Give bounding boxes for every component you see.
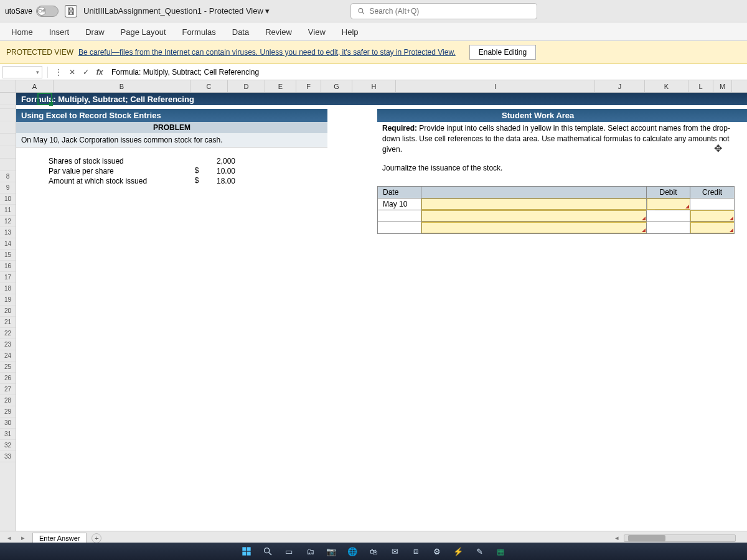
- row-header-14[interactable]: 14: [0, 238, 16, 250]
- tab-formulas[interactable]: Formulas: [180, 24, 218, 40]
- row-header-26[interactable]: 26: [0, 373, 16, 384]
- row-1-title[interactable]: Formula: Multiply, Subtract; Cell Refere…: [16, 93, 747, 105]
- excel-icon[interactable]: ▦: [494, 545, 507, 558]
- windows-start-icon[interactable]: [240, 545, 253, 558]
- row-header-32[interactable]: 32: [0, 440, 16, 451]
- hscroll-track[interactable]: [624, 534, 736, 542]
- search-box[interactable]: [350, 3, 537, 19]
- row-header-12[interactable]: 12: [0, 216, 16, 227]
- row-header-8[interactable]: 8: [0, 171, 16, 182]
- tab-insert[interactable]: Insert: [47, 24, 72, 40]
- name-box[interactable]: ▾: [2, 66, 42, 78]
- chevron-down-icon[interactable]: ▾: [36, 69, 39, 75]
- row-header-13[interactable]: 13: [0, 227, 16, 238]
- row-header-16[interactable]: 16: [0, 261, 16, 272]
- sheet-body[interactable]: Formula: Multiply, Subtract; Cell Refere…: [16, 93, 747, 531]
- row-header-22[interactable]: 22: [0, 328, 16, 339]
- column-header-B[interactable]: B: [54, 80, 190, 93]
- credit-input-2[interactable]: [690, 210, 734, 222]
- select-all-corner[interactable]: [0, 80, 16, 93]
- row-header-23[interactable]: 23: [0, 339, 16, 350]
- row-header-blank[interactable]: [0, 121, 16, 134]
- snip-icon[interactable]: ✎: [473, 545, 486, 558]
- debit-input-1[interactable]: [647, 198, 690, 210]
- sheet-nav-prev[interactable]: ◂: [5, 534, 14, 542]
- row-header-18[interactable]: 18: [0, 283, 16, 294]
- account-dropdown-2[interactable]: [421, 210, 647, 222]
- row-header-25[interactable]: 25: [0, 362, 16, 373]
- column-header-G[interactable]: G: [321, 80, 352, 93]
- journal-date[interactable]: May 10: [378, 198, 421, 210]
- column-header-D[interactable]: D: [228, 80, 265, 93]
- account-dropdown-1[interactable]: [421, 198, 647, 210]
- tab-data[interactable]: Data: [230, 24, 251, 40]
- column-header-C[interactable]: C: [190, 80, 228, 93]
- column-header-H[interactable]: H: [352, 80, 396, 93]
- row-header-20[interactable]: 20: [0, 306, 16, 317]
- row-header-15[interactable]: 15: [0, 250, 16, 261]
- settings-icon[interactable]: ⚙: [431, 545, 443, 558]
- column-header-A[interactable]: A: [16, 80, 54, 93]
- mail-icon[interactable]: ✉: [388, 545, 401, 558]
- column-header-I[interactable]: I: [396, 80, 595, 93]
- row-header-19[interactable]: 19: [0, 294, 16, 306]
- row-header-blank[interactable]: [0, 134, 16, 146]
- accept-formula-button[interactable]: ✓: [80, 67, 92, 78]
- row-header-21[interactable]: 21: [0, 317, 16, 328]
- edge-icon[interactable]: 🌐: [346, 545, 359, 558]
- column-header-F[interactable]: F: [296, 80, 321, 93]
- row-header-blank[interactable]: [0, 93, 16, 105]
- task-view-icon[interactable]: ▭: [283, 545, 295, 558]
- data-value-par[interactable]: 10.00: [203, 166, 240, 176]
- row-header-27[interactable]: 27: [0, 384, 16, 395]
- store-icon[interactable]: 🛍: [367, 545, 380, 558]
- data-value-shares[interactable]: 2,000: [203, 156, 240, 166]
- row-header-blank[interactable]: [0, 109, 16, 121]
- credit-input-3[interactable]: [690, 222, 734, 233]
- taskbar-search-icon[interactable]: [261, 545, 274, 558]
- tab-review[interactable]: Review: [263, 24, 294, 40]
- formula-menu-icon[interactable]: ⋮: [53, 67, 64, 78]
- sheet-nav-next[interactable]: ▸: [19, 534, 27, 542]
- tab-home[interactable]: Home: [9, 24, 35, 40]
- tab-draw[interactable]: Draw: [83, 24, 106, 40]
- row-header-31[interactable]: 31: [0, 429, 16, 440]
- column-header-K[interactable]: K: [645, 80, 688, 93]
- row-header-29[interactable]: 29: [0, 406, 16, 418]
- row-header-28[interactable]: 28: [0, 395, 16, 406]
- row-header-24[interactable]: 24: [0, 350, 16, 362]
- row-header-9[interactable]: 9: [0, 182, 16, 194]
- spreadsheet-grid[interactable]: 8910111213141516171819202122232425262728…: [0, 93, 747, 531]
- fx-button[interactable]: fx: [94, 67, 105, 78]
- dropbox-icon[interactable]: ⧈: [410, 545, 422, 558]
- enable-editing-button[interactable]: Enable Editing: [469, 45, 536, 60]
- search-input[interactable]: [370, 7, 531, 16]
- debit-cell-2[interactable]: [647, 210, 690, 222]
- column-header-L[interactable]: L: [688, 80, 713, 93]
- credit-cell-1[interactable]: [690, 198, 734, 210]
- save-button[interactable]: [65, 5, 77, 17]
- account-dropdown-3[interactable]: [421, 222, 647, 233]
- add-sheet-button[interactable]: +: [92, 533, 101, 543]
- hscroll-left[interactable]: ◂: [613, 534, 621, 542]
- data-value-amount[interactable]: 18.00: [203, 176, 240, 186]
- row-header-10[interactable]: 10: [0, 194, 16, 205]
- row-header-blank[interactable]: [0, 159, 16, 171]
- column-header-M[interactable]: M: [713, 80, 732, 93]
- sheet-tab-enter-answer[interactable]: Enter Answer: [32, 533, 87, 544]
- row-header-30[interactable]: 30: [0, 418, 16, 429]
- file-explorer-icon[interactable]: 🗂: [304, 545, 316, 558]
- journal-date-3[interactable]: [378, 222, 421, 233]
- column-header-E[interactable]: E: [265, 80, 296, 93]
- document-title[interactable]: UnitIIILabAssignment_Question1 - Protect…: [83, 6, 270, 16]
- row-header-33[interactable]: 33: [0, 451, 16, 462]
- journal-date-2[interactable]: [378, 210, 421, 222]
- debit-cell-3[interactable]: [647, 222, 690, 233]
- formula-input[interactable]: [108, 68, 745, 77]
- autosave-toggle[interactable]: Off: [36, 6, 59, 17]
- tab-page-layout[interactable]: Page Layout: [118, 24, 169, 40]
- camera-icon[interactable]: 📷: [325, 545, 337, 558]
- tab-help[interactable]: Help: [339, 24, 361, 40]
- row-header-blank[interactable]: [0, 146, 16, 159]
- hscroll-thumb[interactable]: [628, 535, 665, 541]
